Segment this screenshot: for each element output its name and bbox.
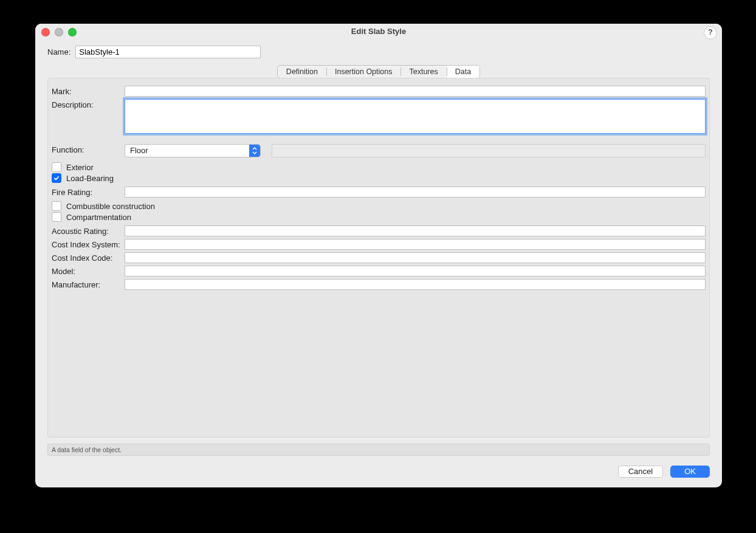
tab-definition[interactable]: Definition bbox=[278, 66, 326, 78]
function-value: Floor bbox=[125, 144, 261, 157]
cost-index-system-input[interactable] bbox=[125, 239, 706, 250]
status-bar: A data field of the object. bbox=[47, 444, 710, 456]
tab-data[interactable]: Data bbox=[447, 66, 479, 78]
titlebar: Edit Slab Style ? bbox=[35, 24, 722, 40]
fire-rating-label: Fire Rating: bbox=[52, 187, 125, 197]
status-text: A data field of the object. bbox=[52, 446, 122, 453]
chevron-up-down-icon bbox=[249, 145, 260, 157]
model-input[interactable] bbox=[125, 266, 706, 277]
cost-index-code-label: Cost Index Code: bbox=[52, 252, 125, 263]
window-title: Edit Slab Style bbox=[351, 27, 406, 36]
mark-input[interactable] bbox=[125, 86, 706, 97]
dialog-window: Edit Slab Style ? Name: Definition Inser… bbox=[35, 24, 722, 487]
function-select[interactable]: Floor bbox=[125, 144, 261, 157]
mark-label: Mark: bbox=[52, 86, 125, 96]
manufacturer-label: Manufacturer: bbox=[52, 279, 125, 289]
combustible-label: Combustible construction bbox=[66, 202, 155, 211]
name-input[interactable] bbox=[75, 46, 261, 58]
cancel-button[interactable]: Cancel bbox=[618, 466, 663, 478]
help-button[interactable]: ? bbox=[704, 26, 717, 40]
help-icon: ? bbox=[708, 28, 712, 36]
close-icon[interactable] bbox=[41, 28, 50, 36]
name-label: Name: bbox=[47, 47, 70, 57]
tab-bar: Definition Insertion Options Textures Da… bbox=[277, 65, 480, 78]
cost-index-code-input[interactable] bbox=[125, 252, 706, 263]
dialog-footer: Cancel OK bbox=[35, 456, 722, 487]
zoom-icon[interactable] bbox=[68, 28, 77, 36]
description-input[interactable] bbox=[125, 99, 706, 134]
cost-index-system-label: Cost Index System: bbox=[52, 239, 125, 249]
tab-insertion-options[interactable]: Insertion Options bbox=[326, 66, 401, 78]
minimize-icon bbox=[55, 28, 63, 36]
acoustic-rating-input[interactable] bbox=[125, 225, 706, 236]
compartmentation-label: Compartmentation bbox=[66, 213, 131, 222]
load-bearing-label: Load-Bearing bbox=[66, 174, 114, 183]
compartmentation-checkbox[interactable] bbox=[52, 212, 61, 222]
model-label: Model: bbox=[52, 266, 125, 276]
manufacturer-input[interactable] bbox=[125, 279, 706, 290]
name-row: Name: bbox=[35, 40, 722, 58]
function-label: Function: bbox=[52, 144, 125, 154]
exterior-checkbox[interactable] bbox=[52, 162, 61, 172]
acoustic-rating-label: Acoustic Rating: bbox=[52, 225, 125, 236]
exterior-label: Exterior bbox=[66, 163, 94, 172]
combustible-checkbox[interactable] bbox=[52, 201, 61, 211]
load-bearing-checkbox[interactable] bbox=[52, 173, 61, 183]
fire-rating-input[interactable] bbox=[125, 187, 706, 198]
ok-button[interactable]: OK bbox=[670, 466, 710, 478]
window-controls bbox=[41, 28, 77, 36]
data-panel: Mark: Description: Function: Floor bbox=[47, 78, 710, 438]
tab-textures[interactable]: Textures bbox=[400, 66, 446, 78]
description-label: Description: bbox=[52, 99, 125, 109]
function-secondary-field bbox=[272, 144, 706, 157]
